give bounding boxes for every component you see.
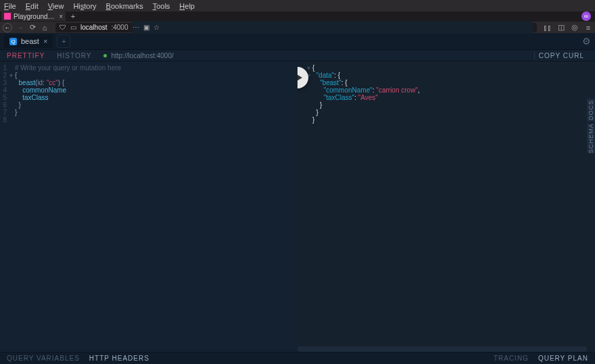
back-button[interactable]: ← bbox=[3, 23, 12, 32]
forward-button[interactable]: → bbox=[16, 24, 24, 32]
playground-tab-title: beast bbox=[21, 37, 39, 45]
home-button[interactable]: ⌂ bbox=[41, 24, 49, 32]
bookmark-star-icon[interactable]: ☆ bbox=[153, 24, 160, 31]
browser-tab-title: Playground – http://local… bbox=[14, 13, 56, 20]
docs-tab[interactable]: DOCS bbox=[587, 99, 595, 122]
endpoint-field[interactable]: http://localhost:4000/ bbox=[103, 52, 521, 59]
tracing-button[interactable]: TRACING bbox=[494, 355, 529, 362]
close-tab-icon[interactable]: × bbox=[59, 13, 63, 20]
browser-menubar: File Edit View History Bookmarks Tools H… bbox=[0, 0, 595, 11]
site-info-icon[interactable]: ▭ bbox=[70, 24, 76, 31]
profile-icon[interactable]: ◎ bbox=[571, 24, 579, 32]
playground-body: 1 # Write your query or mutation here 2▾… bbox=[0, 61, 595, 352]
new-tab-button[interactable]: + bbox=[68, 11, 78, 21]
menu-edit[interactable]: Edit bbox=[26, 2, 39, 10]
browser-tab-strip: Playground – http://local… × + ∞ bbox=[0, 11, 595, 21]
reader-icon[interactable]: ▣ bbox=[143, 24, 149, 31]
reload-button[interactable]: ⟳ bbox=[28, 24, 37, 32]
menu-file[interactable]: File bbox=[4, 2, 16, 10]
schema-tab[interactable]: SCHEMA bbox=[587, 124, 595, 153]
library-icon[interactable]: ⫿⫿ bbox=[544, 24, 552, 32]
settings-gear-icon[interactable]: ⚙ bbox=[582, 36, 591, 47]
http-headers-button[interactable]: HTTP HEADERS bbox=[89, 355, 149, 362]
menu-view[interactable]: View bbox=[48, 2, 64, 10]
horizontal-scrollbar[interactable] bbox=[298, 346, 587, 352]
menu-history[interactable]: History bbox=[73, 2, 96, 10]
add-playground-tab-button[interactable]: + bbox=[57, 34, 70, 48]
playground-tab-bar: Q beast × + ⚙ bbox=[0, 33, 595, 49]
browser-navbar: ← → ⟳ ⌂ 🛡 ▭ localhost:4000 ⋯ ▣ ☆ ⫿⫿ ◫ ◎ … bbox=[0, 21, 595, 33]
shield-icon: 🛡 bbox=[60, 24, 66, 31]
endpoint-url: http://localhost:4000/ bbox=[111, 52, 173, 59]
close-playground-tab-icon[interactable]: × bbox=[43, 37, 47, 45]
url-bar[interactable]: 🛡 ▭ localhost:4000 ⋯ ▣ ☆ bbox=[55, 23, 537, 32]
favicon bbox=[4, 13, 11, 20]
menu-help[interactable]: Help bbox=[179, 2, 195, 10]
playground-toolbar: PRETTIFY HISTORY http://localhost:4000/ … bbox=[0, 49, 595, 61]
prettify-button[interactable]: PRETTIFY bbox=[7, 52, 45, 59]
playground-footer: QUERY VARIABLES HTTP HEADERS TRACING QUE… bbox=[0, 352, 595, 364]
playground-tab[interactable]: Q beast × bbox=[4, 34, 53, 48]
connection-status-icon bbox=[103, 54, 107, 57]
browser-tab[interactable]: Playground – http://local… × bbox=[1, 11, 66, 21]
graphql-playground: Q beast × + ⚙ PRETTIFY HISTORY http://lo… bbox=[0, 33, 595, 364]
response-pane: ▾{ ▾ "data": { "beast": { "commonName": … bbox=[298, 61, 595, 352]
query-editor[interactable]: 1 # Write your query or mutation here 2▾… bbox=[0, 61, 298, 352]
query-type-icon: Q bbox=[9, 38, 17, 45]
copy-curl-button[interactable]: COPY CURL bbox=[534, 52, 588, 59]
query-comment: # Write your query or mutation here bbox=[15, 64, 121, 72]
query-variables-button[interactable]: QUERY VARIABLES bbox=[7, 355, 80, 362]
page-actions-icon[interactable]: ⋯ bbox=[133, 24, 139, 31]
url-domain: localhost bbox=[80, 24, 107, 31]
history-button[interactable]: HISTORY bbox=[57, 52, 91, 59]
query-plan-button[interactable]: QUERY PLAN bbox=[538, 355, 588, 362]
hamburger-menu-icon[interactable]: ≡ bbox=[584, 24, 592, 32]
firefox-account-icon[interactable]: ∞ bbox=[581, 11, 591, 21]
menu-tools[interactable]: Tools bbox=[153, 2, 170, 10]
menu-bookmarks[interactable]: Bookmarks bbox=[106, 2, 143, 10]
url-path: :4000 bbox=[111, 24, 128, 31]
sidebar-icon[interactable]: ◫ bbox=[557, 24, 565, 32]
